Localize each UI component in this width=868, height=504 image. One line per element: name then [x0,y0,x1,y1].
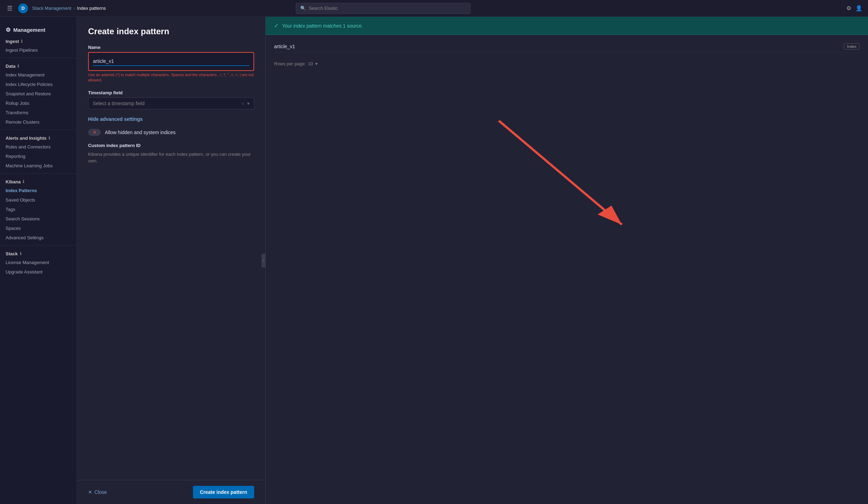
sidebar-section-stack: Stack ℹ [0,248,77,258]
flyout-title: Create index pattern [88,27,254,36]
match-list: article_v1 Index [266,35,868,58]
breadcrumb-stack-management[interactable]: Stack Management [32,6,71,11]
stack-info-icon: ℹ [20,251,21,256]
create-index-pattern-flyout: Create index pattern Name Use an asteris… [77,17,266,504]
sidebar-section-alerts: Alerts and Insights ℹ [0,133,77,142]
flyout-body: Create index pattern Name Use an asteris… [77,17,265,480]
sidebar-section-ingest: Ingest ℹ [0,36,77,45]
name-hint: Use an asterisk (*) to match multiple ch… [88,72,254,83]
ingest-info-icon: ℹ [21,39,22,44]
toggle-track: ✕ [88,129,101,136]
timestamp-select[interactable]: Select a timestamp field ○ ▾ [88,97,254,109]
close-button[interactable]: ✕ Close [88,489,107,495]
timestamp-label: Timestamp field [88,90,254,95]
sidebar-title: Management [13,27,45,33]
user-menu-icon[interactable]: 👤 [855,5,862,12]
sidebar-item-ingest-pipelines[interactable]: Ingest Pipelines [0,45,77,55]
topnav: ☰ D Stack Management › Index patterns 🔍 … [0,0,868,17]
allow-hidden-toggle[interactable]: ✕ [88,129,101,136]
topnav-right: ⚙ 👤 [846,5,862,12]
name-field-label: Name [88,45,254,50]
sidebar-item-saved-objects[interactable]: Saved Objects [0,195,77,205]
chevron-down-icon: ▾ [247,101,250,106]
sidebar-item-rules-connectors[interactable]: Rules and Connectors [0,142,77,152]
name-field-wrap [88,52,254,71]
chevron-down-icon[interactable]: ▾ [315,61,318,66]
match-rows-per-page: Rows per page: 10 ▾ [266,58,868,69]
check-icon: ✓ [274,22,279,29]
modal-overlay: Create index pattern Name Use an asteris… [77,17,868,504]
collapse-tab[interactable]: › [261,254,266,268]
gear-icon: ⚙ [6,27,10,33]
timestamp-select-right: ○ ▾ [242,101,250,106]
loading-icon: ○ [242,101,244,106]
breadcrumb-index-patterns[interactable]: Index patterns [77,6,106,11]
custom-id-desc: Kibana provides a unique identifier for … [88,151,254,165]
sidebar-item-index-lifecycle[interactable]: Index Lifecycle Policies [0,80,77,89]
data-info-icon: ℹ [17,64,19,68]
match-banner-text: Your index pattern matches 1 source. [282,23,363,29]
sidebar-item-snapshot-restore[interactable]: Snapshot and Restore [0,89,77,98]
sidebar-item-transforms[interactable]: Transforms [0,108,77,117]
sidebar-section-kibana: Kibana ℹ [0,176,77,186]
settings-icon[interactable]: ⚙ [846,5,851,12]
sidebar-item-remote-clusters[interactable]: Remote Clusters [0,117,77,127]
sidebar-item-spaces[interactable]: Spaces [0,224,77,233]
allow-hidden-row: ✕ Allow hidden and system indices [88,129,254,136]
list-item[interactable]: article_v1 Index [274,41,860,53]
match-item-name: article_v1 [274,44,295,49]
toggle-x-icon: ✕ [93,130,96,134]
main-layout: ⚙ Management Ingest ℹ Ingest Pipelines D… [0,17,868,504]
sidebar-item-search-sessions[interactable]: Search Sessions [0,214,77,224]
hide-advanced-button[interactable]: Hide advanced settings [88,116,254,122]
sidebar-item-license-management[interactable]: License Management [0,258,77,267]
flyout-footer: ✕ Close Create index pattern [77,480,265,504]
sidebar-item-index-patterns[interactable]: Index Patterns [0,186,77,195]
right-panel: ✓ Your index pattern matches 1 source. a… [266,17,868,504]
sidebar-item-tags[interactable]: Tags [0,205,77,214]
sidebar-item-ml-jobs[interactable]: Machine Learning Jobs [0,161,77,170]
breadcrumb-separator: › [73,6,75,11]
sidebar-item-rollup-jobs[interactable]: Rollup Jobs [0,98,77,108]
sidebar: ⚙ Management Ingest ℹ Ingest Pipelines D… [0,17,77,504]
custom-id-label: Custom index pattern ID [88,143,254,148]
sidebar-section-data: Data ℹ [0,61,77,70]
index-badge: Index [844,43,860,50]
sidebar-item-index-management[interactable]: Index Management [0,70,77,80]
hamburger-button[interactable]: ☰ [6,3,14,14]
close-icon: ✕ [88,489,92,495]
sidebar-item-reporting[interactable]: Reporting [0,152,77,161]
sidebar-item-upgrade-assistant[interactable]: Upgrade Assistant [0,267,77,277]
kibana-info-icon: ℹ [23,180,24,184]
search-placeholder: Search Elastic [309,6,338,11]
search-icon: 🔍 [300,6,306,11]
name-input[interactable] [93,57,249,66]
sidebar-item-advanced-settings[interactable]: Advanced Settings [0,233,77,242]
timestamp-placeholder: Select a timestamp field [93,101,145,106]
alerts-info-icon: ℹ [49,136,50,140]
sidebar-management-header: ⚙ Management [0,22,77,36]
global-search-bar[interactable]: 🔍 Search Elastic [296,3,471,14]
match-banner: ✓ Your index pattern matches 1 source. [266,17,868,35]
breadcrumb: Stack Management › Index patterns [32,6,106,11]
allow-hidden-label: Allow hidden and system indices [105,130,175,135]
create-index-pattern-button[interactable]: Create index pattern [193,486,254,498]
content-area: Index pa Create and manage 🔍 Pattern ↑ p… [77,17,868,504]
user-badge[interactable]: D [18,3,28,13]
